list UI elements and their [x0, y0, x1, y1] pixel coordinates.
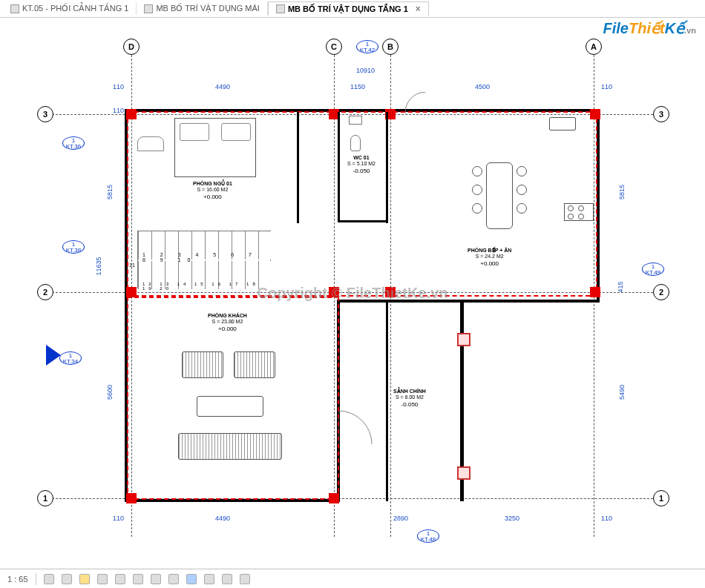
- dim-bot-3: 3250: [505, 515, 519, 522]
- dim-top-total: 10910: [356, 67, 375, 74]
- room-label-kitchen: PHÒNG BẾP + ĂN S = 24.2 M2 +0.000: [468, 248, 511, 267]
- dim-110c: 110: [113, 107, 124, 114]
- crop-icon[interactable]: [133, 574, 143, 584]
- model-graphics-icon[interactable]: [44, 574, 54, 584]
- view-tabs: KT.05 - PHỐI CẢNH TẦNG 1 MB BỐ TRÍ VẬT D…: [0, 0, 705, 18]
- display-icon[interactable]: [62, 574, 72, 584]
- sheet-icon: [144, 4, 153, 13]
- wall-wc-s: [338, 220, 388, 222]
- column: [126, 109, 137, 119]
- column: [385, 287, 396, 297]
- door-main: [405, 92, 441, 116]
- dim-top-2: 1150: [350, 83, 365, 90]
- grid-bubble-a: A: [586, 39, 602, 55]
- dim-top-1: 4490: [215, 83, 230, 90]
- pillar-2: [457, 466, 470, 480]
- column: [329, 493, 339, 503]
- dim-110b: 110: [601, 83, 612, 90]
- grid-bubble-d: D: [123, 39, 140, 55]
- kitchen-sink: [549, 117, 576, 131]
- section-label-kt42: 1KT.42: [356, 40, 378, 53]
- dim-110f: 110: [601, 515, 612, 522]
- grid-bubble-2r: 2: [653, 284, 669, 300]
- room-label-hall: SẢNH CHÍNH S = 8.00 M2 -0.050: [393, 389, 426, 408]
- tab-mb-mai[interactable]: MB BỐ TRÍ VẬT DỤNG MÁI: [137, 2, 268, 15]
- chair: [472, 185, 482, 195]
- grid-bubble-3l: 3: [37, 106, 53, 122]
- dim-left-3: 5600: [106, 385, 114, 400]
- watermark-logo: FileThiếtKế.vn: [603, 19, 696, 37]
- column: [126, 493, 137, 503]
- dim-left-1: 5815: [106, 185, 114, 199]
- room-label-wc: WC 01 S = 5.10 M2 -0.050: [347, 155, 376, 174]
- tab-kt05[interactable]: KT.05 - PHỐI CẢNH TẦNG 1: [3, 2, 137, 15]
- toilet: [350, 135, 361, 151]
- sheet-icon: [10, 4, 19, 13]
- close-icon[interactable]: ×: [416, 4, 421, 14]
- section-label-kt34: 1KT.34: [59, 351, 82, 365]
- sofa-3: [178, 433, 282, 460]
- constraints-icon[interactable]: [222, 574, 232, 584]
- drawing-canvas[interactable]: FileThiếtKế.vn Copyright © FileThietKe.v…: [0, 18, 705, 568]
- tab-label: MB BỐ TRÍ VẬT DỤNG MÁI: [156, 4, 260, 13]
- dim-bot-2: 2890: [393, 515, 408, 522]
- grid-bubble-1l: 1: [37, 490, 53, 506]
- chair: [472, 166, 482, 176]
- grid-bubble-2l: 2: [37, 284, 53, 300]
- rendering-icon[interactable]: [115, 574, 125, 584]
- analytical-icon[interactable]: [240, 574, 250, 584]
- wc-sink: [349, 116, 362, 125]
- coffee-table: [197, 396, 263, 417]
- wall-bedroom-e: [297, 112, 299, 223]
- sofa-2: [234, 351, 275, 378]
- dim-right-2: 415: [617, 281, 624, 292]
- show-crop-icon[interactable]: [151, 574, 161, 584]
- dim-left-total: 11635: [95, 257, 102, 275]
- tab-mb-tang1[interactable]: MB BỐ TRÍ VẬT DỤNG TẦNG 1 ×: [268, 1, 429, 16]
- column: [329, 287, 339, 297]
- reveal-icon[interactable]: [204, 574, 214, 584]
- tab-label: KT.05 - PHỐI CẢNH TẦNG 1: [22, 4, 128, 13]
- section-label-kt38: 1KT.38: [62, 240, 85, 254]
- wall-wc-w: [338, 112, 340, 222]
- room-label-bedroom: PHÒNG NGỦ 01 S = 16.60 M2 +0.000: [193, 181, 232, 200]
- scale-display[interactable]: 1 : 65: [7, 575, 28, 584]
- sofa-1: [182, 351, 223, 378]
- tab-label: MB BỐ TRÍ VẬT DỤNG TẦNG 1: [288, 4, 408, 14]
- column: [126, 287, 137, 297]
- section-marker-kt34: [46, 345, 61, 366]
- floor-plan: D C B A 3 2 1 3 2 1 1KT.34 1KT.36 1KT.38…: [45, 40, 660, 544]
- status-bar: 1 : 65: [0, 569, 705, 588]
- dim-right-3: 5490: [618, 385, 626, 400]
- room-label-living: PHÒNG KHÁCH S = 23.80 M2 +0.000: [208, 313, 247, 332]
- chair: [472, 203, 482, 214]
- stove: [564, 203, 594, 221]
- lock-icon[interactable]: [168, 574, 179, 584]
- chair: [517, 166, 527, 176]
- chair: [517, 185, 527, 195]
- grid-bubble-c: C: [326, 39, 342, 55]
- section-label-kt36: 1KT.36: [62, 136, 85, 150]
- staircase: 1 2 3 4 5 6 7 8 9 10 11 12 13 14 15 16 1…: [137, 231, 271, 288]
- grid-bubble-1r: 1: [653, 490, 669, 506]
- door-hall: [338, 411, 376, 448]
- column: [590, 287, 600, 297]
- temp-hide-icon[interactable]: [186, 574, 197, 584]
- wall-mid-h: [337, 300, 600, 303]
- chair: [517, 203, 527, 214]
- section-label-kt49: 1KT.49: [642, 262, 664, 276]
- pillar-1: [457, 333, 470, 346]
- dim-right-1: 5815: [618, 185, 626, 199]
- dim-110a: 110: [113, 83, 124, 90]
- section-label-kt48: 1KT.48: [417, 529, 439, 543]
- sun-path-icon[interactable]: [79, 574, 90, 584]
- shadows-icon[interactable]: [97, 574, 108, 584]
- column: [590, 109, 600, 119]
- desk-chair: [137, 136, 164, 151]
- sheet-icon: [276, 4, 285, 13]
- dim-top-3: 4500: [475, 83, 490, 90]
- dim-110e: 110: [113, 515, 124, 522]
- grid-bubble-b: B: [382, 39, 399, 55]
- dim-bot-1: 4490: [215, 515, 230, 522]
- grid-bubble-3r: 3: [653, 106, 669, 122]
